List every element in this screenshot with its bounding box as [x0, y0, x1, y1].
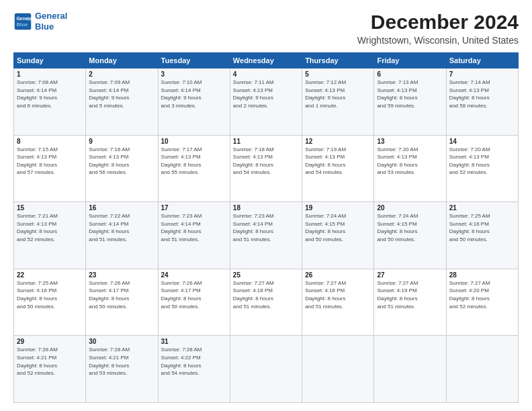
- day-number: 14: [449, 138, 515, 145]
- col-header-wednesday: Wednesday: [230, 53, 302, 68]
- day-number: 11: [233, 138, 299, 145]
- calendar-cell: 12Sunrise: 7:19 AM Sunset: 4:13 PM Dayli…: [302, 135, 374, 202]
- day-number: 29: [17, 338, 83, 345]
- day-info: Sunrise: 7:23 AM Sunset: 4:14 PM Dayligh…: [233, 212, 299, 243]
- calendar-cell: 2Sunrise: 7:09 AM Sunset: 4:14 PM Daylig…: [86, 68, 158, 136]
- col-header-thursday: Thursday: [302, 53, 374, 68]
- day-number: 27: [377, 271, 443, 279]
- calendar-cell: [230, 336, 302, 403]
- day-number: 10: [161, 138, 227, 145]
- day-number: 22: [17, 271, 83, 279]
- logo-icon: General Blue: [13, 12, 32, 31]
- day-number: 13: [377, 138, 443, 145]
- calendar-cell: 22Sunrise: 7:25 AM Sunset: 4:16 PM Dayli…: [14, 269, 86, 336]
- day-info: Sunrise: 7:25 AM Sunset: 4:16 PM Dayligh…: [17, 279, 83, 310]
- day-info: Sunrise: 7:26 AM Sunset: 4:17 PM Dayligh…: [161, 279, 227, 310]
- day-info: Sunrise: 7:12 AM Sunset: 4:13 PM Dayligh…: [305, 79, 371, 109]
- day-info: Sunrise: 7:25 AM Sunset: 4:16 PM Dayligh…: [449, 212, 515, 243]
- day-info: Sunrise: 7:24 AM Sunset: 4:15 PM Dayligh…: [377, 212, 443, 243]
- day-info: Sunrise: 7:28 AM Sunset: 4:22 PM Dayligh…: [161, 346, 227, 377]
- day-number: 23: [89, 271, 154, 279]
- day-number: 31: [161, 338, 227, 345]
- day-number: 12: [305, 138, 371, 145]
- calendar-cell: 18Sunrise: 7:23 AM Sunset: 4:14 PM Dayli…: [230, 202, 302, 269]
- day-number: 6: [377, 71, 443, 78]
- calendar-cell: 10Sunrise: 7:17 AM Sunset: 4:13 PM Dayli…: [158, 135, 230, 202]
- calendar-header-row: SundayMondayTuesdayWednesdayThursdayFrid…: [14, 53, 519, 68]
- day-info: Sunrise: 7:27 AM Sunset: 4:18 PM Dayligh…: [305, 279, 371, 310]
- day-number: 15: [17, 204, 83, 212]
- day-number: 28: [449, 271, 515, 279]
- calendar-week-5: 29Sunrise: 7:28 AM Sunset: 4:21 PM Dayli…: [14, 336, 519, 403]
- day-number: 9: [89, 138, 154, 145]
- day-info: Sunrise: 7:27 AM Sunset: 4:19 PM Dayligh…: [377, 279, 443, 310]
- calendar-week-1: 1Sunrise: 7:08 AM Sunset: 4:14 PM Daylig…: [14, 68, 519, 136]
- day-info: Sunrise: 7:18 AM Sunset: 4:13 PM Dayligh…: [233, 146, 299, 177]
- day-info: Sunrise: 7:21 AM Sunset: 4:13 PM Dayligh…: [17, 212, 83, 243]
- calendar-cell: 21Sunrise: 7:25 AM Sunset: 4:16 PM Dayli…: [446, 202, 518, 269]
- col-header-sunday: Sunday: [14, 53, 86, 68]
- day-info: Sunrise: 7:27 AM Sunset: 4:18 PM Dayligh…: [233, 279, 299, 310]
- day-info: Sunrise: 7:23 AM Sunset: 4:14 PM Dayligh…: [161, 212, 227, 243]
- calendar-cell: 14Sunrise: 7:20 AM Sunset: 4:13 PM Dayli…: [446, 135, 518, 202]
- day-info: Sunrise: 7:22 AM Sunset: 4:14 PM Dayligh…: [89, 212, 154, 243]
- calendar-cell: 5Sunrise: 7:12 AM Sunset: 4:13 PM Daylig…: [302, 68, 374, 136]
- calendar-cell: 13Sunrise: 7:20 AM Sunset: 4:13 PM Dayli…: [374, 135, 446, 202]
- day-info: Sunrise: 7:20 AM Sunset: 4:13 PM Dayligh…: [449, 146, 515, 177]
- calendar-cell: 7Sunrise: 7:14 AM Sunset: 4:13 PM Daylig…: [446, 68, 518, 136]
- header: General Blue General Blue December 2024 …: [13, 11, 519, 46]
- calendar-cell: 31Sunrise: 7:28 AM Sunset: 4:22 PM Dayli…: [158, 336, 230, 403]
- day-info: Sunrise: 7:28 AM Sunset: 4:21 PM Dayligh…: [89, 346, 154, 377]
- calendar-cell: 20Sunrise: 7:24 AM Sunset: 4:15 PM Dayli…: [374, 202, 446, 269]
- day-info: Sunrise: 7:27 AM Sunset: 4:20 PM Dayligh…: [449, 279, 515, 310]
- day-number: 26: [305, 271, 371, 279]
- calendar-cell: 30Sunrise: 7:28 AM Sunset: 4:21 PM Dayli…: [86, 336, 158, 403]
- calendar-cell: 17Sunrise: 7:23 AM Sunset: 4:14 PM Dayli…: [158, 202, 230, 269]
- day-info: Sunrise: 7:13 AM Sunset: 4:13 PM Dayligh…: [377, 79, 443, 109]
- day-number: 30: [89, 338, 154, 345]
- calendar-cell: 19Sunrise: 7:24 AM Sunset: 4:15 PM Dayli…: [302, 202, 374, 269]
- day-number: 4: [233, 71, 299, 78]
- day-number: 8: [17, 138, 83, 145]
- calendar-week-2: 8Sunrise: 7:15 AM Sunset: 4:13 PM Daylig…: [14, 135, 519, 202]
- calendar-cell: 28Sunrise: 7:27 AM Sunset: 4:20 PM Dayli…: [446, 269, 518, 336]
- logo-text: General Blue: [35, 11, 67, 32]
- day-info: Sunrise: 7:28 AM Sunset: 4:21 PM Dayligh…: [17, 346, 83, 377]
- calendar-cell: [446, 336, 518, 403]
- day-number: 16: [89, 204, 154, 212]
- calendar-cell: 26Sunrise: 7:27 AM Sunset: 4:18 PM Dayli…: [302, 269, 374, 336]
- day-number: 17: [161, 204, 227, 212]
- calendar-week-3: 15Sunrise: 7:21 AM Sunset: 4:13 PM Dayli…: [14, 202, 519, 269]
- day-info: Sunrise: 7:11 AM Sunset: 4:13 PM Dayligh…: [233, 79, 299, 109]
- calendar-cell: 4Sunrise: 7:11 AM Sunset: 4:13 PM Daylig…: [230, 68, 302, 136]
- calendar-week-4: 22Sunrise: 7:25 AM Sunset: 4:16 PM Dayli…: [14, 269, 519, 336]
- col-header-monday: Monday: [86, 53, 158, 68]
- calendar-cell: 23Sunrise: 7:26 AM Sunset: 4:17 PM Dayli…: [86, 269, 158, 336]
- calendar-cell: 25Sunrise: 7:27 AM Sunset: 4:18 PM Dayli…: [230, 269, 302, 336]
- calendar-cell: 29Sunrise: 7:28 AM Sunset: 4:21 PM Dayli…: [14, 336, 86, 403]
- day-number: 3: [161, 71, 227, 78]
- day-number: 24: [161, 271, 227, 279]
- day-number: 19: [305, 204, 371, 212]
- calendar-table: SundayMondayTuesdayWednesdayThursdayFrid…: [13, 52, 519, 403]
- calendar-cell: 6Sunrise: 7:13 AM Sunset: 4:13 PM Daylig…: [374, 68, 446, 136]
- page: General Blue General Blue December 2024 …: [0, 0, 532, 411]
- logo-line2: Blue: [35, 21, 54, 32]
- day-number: 1: [17, 71, 83, 78]
- calendar-cell: 24Sunrise: 7:26 AM Sunset: 4:17 PM Dayli…: [158, 269, 230, 336]
- calendar-cell: 11Sunrise: 7:18 AM Sunset: 4:13 PM Dayli…: [230, 135, 302, 202]
- day-number: 18: [233, 204, 299, 212]
- calendar-cell: 16Sunrise: 7:22 AM Sunset: 4:14 PM Dayli…: [86, 202, 158, 269]
- day-info: Sunrise: 7:20 AM Sunset: 4:13 PM Dayligh…: [377, 146, 443, 177]
- day-number: 25: [233, 271, 299, 279]
- calendar-cell: 3Sunrise: 7:10 AM Sunset: 4:14 PM Daylig…: [158, 68, 230, 136]
- title-block: December 2024 Wrightstown, Wisconsin, Un…: [357, 11, 519, 46]
- calendar-cell: 15Sunrise: 7:21 AM Sunset: 4:13 PM Dayli…: [14, 202, 86, 269]
- logo: General Blue General Blue: [13, 11, 67, 32]
- calendar-cell: 1Sunrise: 7:08 AM Sunset: 4:14 PM Daylig…: [14, 68, 86, 136]
- day-info: Sunrise: 7:15 AM Sunset: 4:13 PM Dayligh…: [17, 146, 83, 177]
- day-info: Sunrise: 7:10 AM Sunset: 4:14 PM Dayligh…: [161, 79, 227, 109]
- calendar-cell: 8Sunrise: 7:15 AM Sunset: 4:13 PM Daylig…: [14, 135, 86, 202]
- calendar-cell: 27Sunrise: 7:27 AM Sunset: 4:19 PM Dayli…: [374, 269, 446, 336]
- page-subtitle: Wrightstown, Wisconsin, United States: [357, 35, 519, 46]
